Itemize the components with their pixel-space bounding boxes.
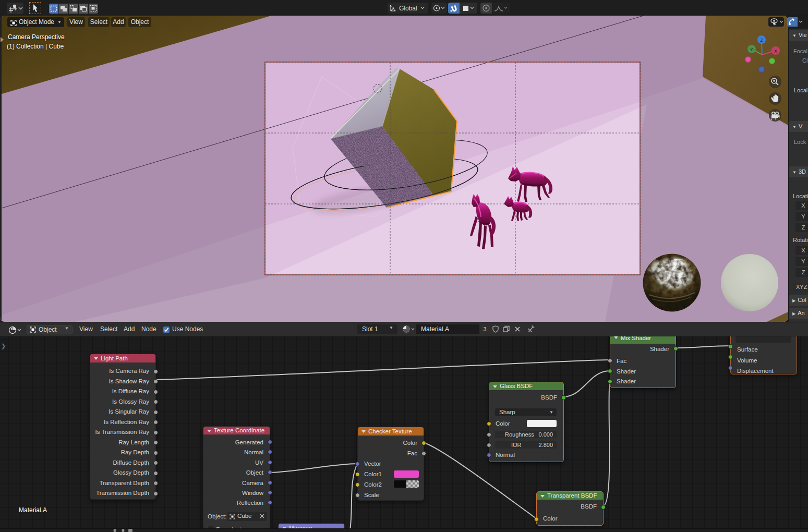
svg-text:X: X (774, 49, 777, 54)
svg-text:Y: Y (750, 47, 753, 52)
svg-text:Global: Global (399, 5, 417, 12)
svg-text:Z: Z (760, 38, 763, 43)
